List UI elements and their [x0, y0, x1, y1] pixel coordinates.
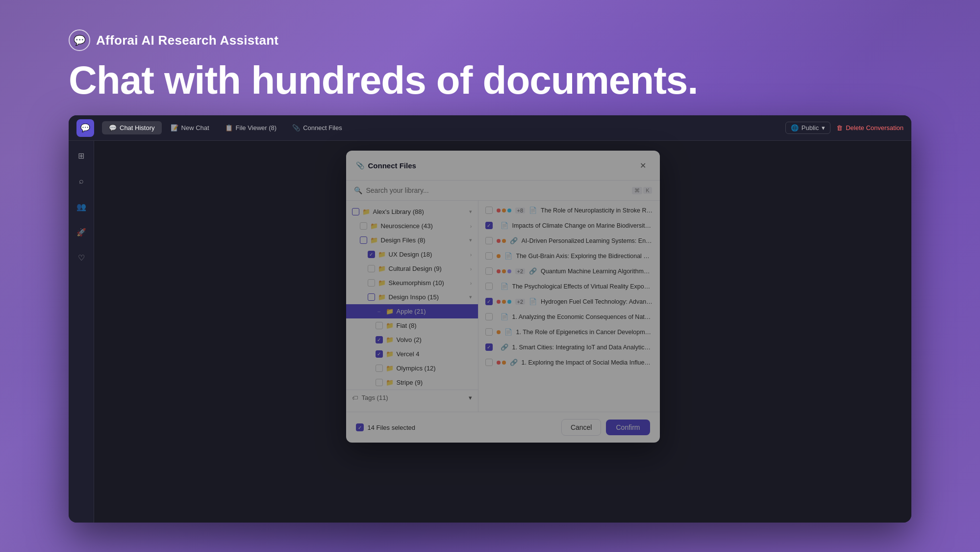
delete-conversation-button[interactable]: 🗑 Delete Conversation	[836, 124, 904, 131]
sidebar-icon-users[interactable]: 👥	[73, 198, 90, 215]
tab-chat-history[interactable]: 💬 Chat History	[102, 121, 162, 134]
top-bar: 💬 💬 Chat History 📝 New Chat 📋 File Viewe…	[69, 115, 911, 141]
brand-name: Afforai AI Research Assistant	[96, 33, 278, 48]
main-content: ⊞ ⌕ 👥 🚀 ♡ 📎 Connect Files ✕	[69, 141, 911, 523]
file-viewer-icon: 📋	[225, 124, 233, 131]
new-chat-icon: 📝	[171, 124, 178, 131]
sidebar-icon-bookmark[interactable]: ♡	[73, 249, 90, 266]
tab-file-viewer[interactable]: 📋 File Viewer (8)	[218, 121, 284, 134]
connect-files-icon: 📎	[292, 124, 300, 131]
brand-icon: 💬	[69, 29, 90, 51]
modal-backdrop-overlay	[94, 141, 911, 523]
trash-icon: 🗑	[836, 124, 843, 131]
sidebar-icon-rocket[interactable]: 🚀	[73, 223, 90, 241]
branding: 💬 Afforai AI Research Assistant Chat wit…	[69, 29, 698, 101]
top-bar-right: 🌐 Public ▾ 🗑 Delete Conversation	[785, 122, 904, 134]
sidebar-icon-search[interactable]: ⌕	[73, 172, 90, 190]
app-window: 💬 💬 Chat History 📝 New Chat 📋 File Viewe…	[69, 115, 911, 523]
sidebar-icon-grid[interactable]: ⊞	[73, 147, 90, 164]
chat-history-icon: 💬	[109, 124, 117, 131]
app-logo-button[interactable]: 💬	[76, 119, 94, 137]
brand-logo-row: 💬 Afforai AI Research Assistant	[69, 29, 698, 51]
chevron-down-icon: ▾	[822, 124, 825, 131]
content-area: 📎 Connect Files ✕ 🔍 ⌘ K	[94, 141, 911, 523]
sidebar: ⊞ ⌕ 👥 🚀 ♡	[69, 141, 94, 523]
tab-new-chat[interactable]: 📝 New Chat	[164, 121, 216, 134]
hero-title: Chat with hundreds of documents.	[69, 60, 698, 101]
public-badge[interactable]: 🌐 Public ▾	[785, 122, 830, 134]
tab-connect-files[interactable]: 📎 Connect Files	[285, 121, 349, 134]
public-icon: 🌐	[791, 124, 799, 131]
